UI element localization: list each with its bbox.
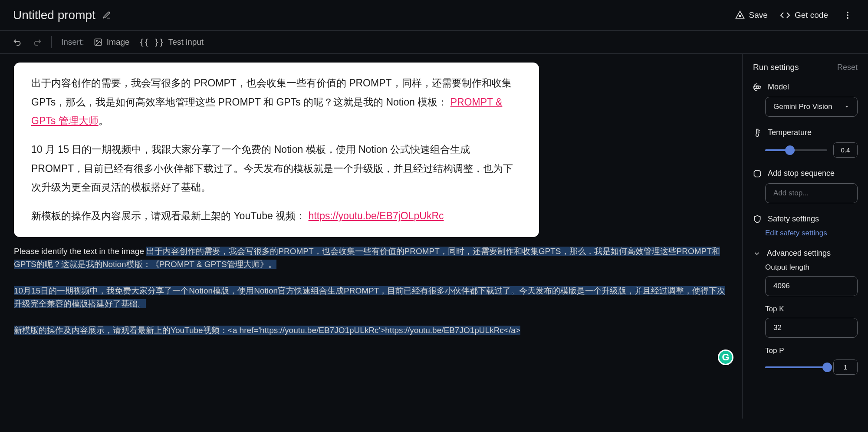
temperature-setting: Temperature 0.4 [753, 128, 858, 158]
header-left: Untitled prompt [13, 8, 111, 22]
temperature-label: Temperature [768, 128, 812, 137]
svg-point-0 [739, 15, 741, 17]
svg-point-6 [756, 86, 759, 88]
svg-point-2 [847, 14, 848, 16]
run-settings-panel: Run settings Reset Model Gemini Pro Visi… [742, 54, 868, 419]
svg-marker-10 [754, 170, 761, 177]
header: Untitled prompt Save Get code [0, 0, 868, 31]
shield-icon [753, 215, 762, 224]
stop-label: Add stop sequence [768, 169, 835, 178]
save-icon [735, 10, 745, 20]
user-prompt: Please identify the text in the image [14, 247, 144, 256]
save-button[interactable]: Save [735, 10, 768, 20]
topk-input[interactable] [765, 318, 858, 338]
temperature-icon [753, 129, 762, 137]
topk-label: Top K [765, 305, 858, 313]
more-menu-icon[interactable] [840, 8, 855, 23]
advanced-label: Advanced settings [767, 249, 831, 258]
model-label: Model [768, 82, 789, 92]
svg-point-5 [96, 40, 98, 42]
braces-icon: {{ }} [139, 37, 164, 47]
output-length-input[interactable] [765, 276, 858, 296]
get-code-label: Get code [795, 10, 828, 20]
get-code-button[interactable]: Get code [780, 10, 828, 20]
svg-point-1 [847, 12, 848, 13]
model-icon [753, 83, 762, 92]
image-text-p1: 出于内容创作的需要，我会写很多的 PROMPT，也会收集一些有价值的 PROMP… [31, 74, 522, 131]
model-response-p3: 新模版的操作及内容展示，请观看最新上的YouTube视频：<a href='ht… [14, 326, 520, 335]
topp-value[interactable]: 1 [833, 359, 858, 375]
edit-safety-link[interactable]: Edit safety settings [765, 229, 827, 237]
image-text-p3: 新模板的操作及内容展示，请观看最新上架的 YouTube 视频： https:/… [31, 207, 522, 226]
toolbar: Insert: Image {{ }} Test input [0, 31, 868, 54]
safety-label: Safety settings [768, 214, 819, 224]
run-settings-title: Run settings [753, 63, 799, 72]
stop-icon [753, 169, 762, 178]
image-link-2: https://youtu.be/EB7jOLpUkRc [309, 210, 444, 221]
content-area[interactable]: 出于内容创作的需要，我会写很多的 PROMPT，也会收集一些有价值的 PROMP… [0, 54, 742, 419]
stop-sequence-setting: Add stop sequence [753, 169, 858, 203]
undo-button[interactable] [13, 37, 23, 47]
image-icon [94, 38, 102, 46]
test-input-label: Test input [168, 37, 204, 47]
model-response-p2: 10月15日的一期视频中，我免费大家分享了一个Notion模版，使用Notion… [14, 286, 725, 308]
stop-sequence-input[interactable] [765, 183, 858, 203]
divider [51, 36, 52, 48]
dropdown-icon [844, 104, 849, 109]
model-select[interactable]: Gemini Pro Vision [765, 97, 858, 117]
safety-setting: Safety settings Edit safety settings [753, 214, 858, 237]
temperature-slider[interactable] [765, 149, 827, 151]
sidebar-header: Run settings Reset [753, 63, 858, 72]
header-right: Save Get code [735, 8, 855, 23]
chevron-down-icon [753, 250, 761, 257]
advanced-toggle[interactable]: Advanced settings [753, 249, 858, 258]
topp-slider[interactable] [765, 366, 827, 368]
page-title: Untitled prompt [13, 8, 95, 22]
insert-image-button[interactable]: Image [94, 37, 130, 47]
image-label: Image [107, 37, 130, 47]
topp-label: Top P [765, 346, 858, 355]
edit-icon[interactable] [102, 11, 111, 20]
prompt-area[interactable]: Please identify the text in the image 出于… [14, 245, 728, 337]
svg-point-3 [847, 17, 848, 19]
advanced-settings: Advanced settings Output length Top K To… [753, 249, 858, 375]
model-value: Gemini Pro Vision [773, 102, 832, 111]
insert-test-input-button[interactable]: {{ }} Test input [139, 37, 204, 47]
uploaded-image[interactable]: 出于内容创作的需要，我会写很多的 PROMPT，也会收集一些有价值的 PROMP… [14, 63, 539, 237]
model-setting: Model Gemini Pro Vision [753, 82, 858, 117]
grammarly-badge[interactable]: G [718, 350, 733, 365]
code-icon [780, 10, 790, 20]
insert-label: Insert: [61, 37, 84, 47]
redo-button[interactable] [32, 37, 42, 47]
save-label: Save [749, 10, 768, 20]
main-container: 出于内容创作的需要，我会写很多的 PROMPT，也会收集一些有价值的 PROMP… [0, 54, 868, 419]
output-length-label: Output length [765, 263, 858, 272]
reset-button[interactable]: Reset [837, 63, 858, 72]
temperature-value[interactable]: 0.4 [833, 142, 858, 158]
image-text-p2: 10 月 15 日的一期视频中，我跟大家分享了一个免费的 Notion 模板，使… [31, 140, 522, 197]
